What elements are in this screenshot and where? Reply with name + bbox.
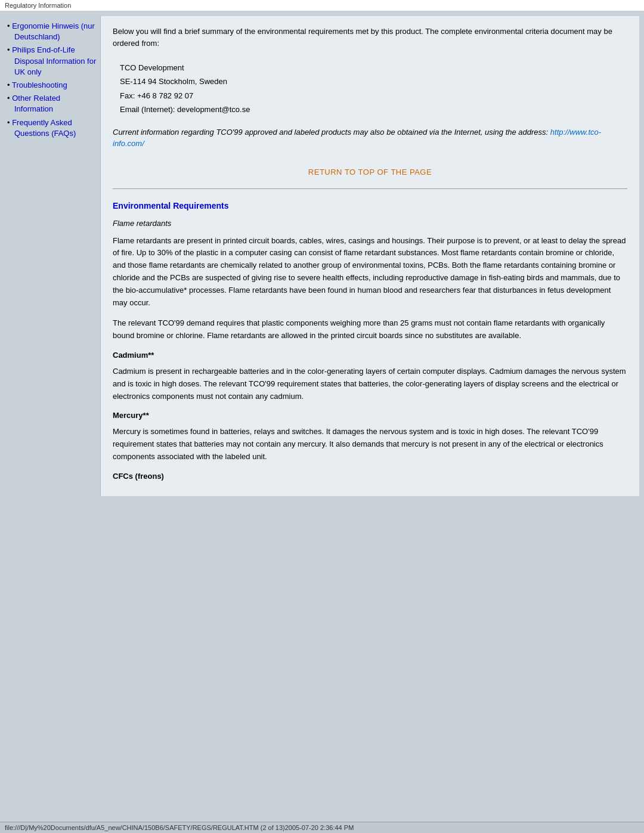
status-bar: file:///D|/My%20Documents/dfu/A5_new/CHI…: [0, 822, 644, 833]
section-divider: [113, 188, 627, 189]
return-to-top-link[interactable]: RETURN TO TOP OF THE PAGE: [308, 168, 432, 176]
env-section-title: Environmental Requirements: [113, 201, 627, 210]
title-text: Regulatory Information: [5, 2, 71, 9]
flame-retardants-para2: The relevant TCO'99 demand requires that…: [113, 317, 627, 342]
intro-paragraph: Below you will find a brief summary of t…: [113, 26, 627, 49]
sidebar-item-philips-disposal[interactable]: Philips End-of-Life Disposal Information…: [7, 45, 98, 78]
sidebar-item-troubleshooting[interactable]: Troubleshooting: [7, 80, 98, 91]
sidebar-link-troubleshooting[interactable]: Troubleshooting: [12, 80, 67, 89]
italic-note: Current information regarding TCO'99 app…: [113, 126, 627, 150]
sidebar-link-philips-disposal[interactable]: Philips End-of-Life Disposal Information…: [12, 45, 96, 76]
italic-note-text: Current information regarding TCO'99 app…: [113, 128, 550, 137]
mercury-title: Mercury**: [113, 411, 627, 420]
sidebar-item-ergonomie[interactable]: Ergonomie Hinweis (nur Deutschland): [7, 21, 98, 42]
environmental-section: Environmental Requirements Flame retarda…: [113, 201, 627, 481]
sidebar-link-faqs[interactable]: Frequently Asked Questions (FAQs): [12, 118, 76, 138]
cadmium-para: Cadmium is present in rechargeable batte…: [113, 366, 627, 402]
address-block: TCO Development SE-114 94 Stockholm, Swe…: [113, 58, 627, 119]
sidebar-link-ergonomie[interactable]: Ergonomie Hinweis (nur Deutschland): [12, 21, 95, 41]
flame-retardants-para1: Flame retardants are present in printed …: [113, 235, 627, 309]
main-layout: Ergonomie Hinweis (nur Deutschland) Phil…: [0, 11, 644, 501]
address-line1: TCO Development: [120, 61, 620, 75]
sidebar-link-other-related[interactable]: Other Related Information: [12, 94, 60, 113]
cadmium-title: Cadmium**: [113, 351, 627, 360]
main-content: Below you will find a brief summary of t…: [100, 16, 639, 496]
sidebar: Ergonomie Hinweis (nur Deutschland) Phil…: [5, 16, 100, 496]
sidebar-item-other-related[interactable]: Other Related Information: [7, 93, 98, 114]
sidebar-nav: Ergonomie Hinweis (nur Deutschland) Phil…: [7, 21, 98, 139]
mercury-para: Mercury is sometimes found in batteries,…: [113, 426, 627, 463]
cfc-title: CFCs (freons): [113, 472, 627, 481]
status-bar-text: file:///D|/My%20Documents/dfu/A5_new/CHI…: [5, 824, 354, 831]
title-bar: Regulatory Information: [0, 0, 644, 11]
address-line4: Email (Internet): development@tco.se: [120, 103, 620, 116]
return-to-top-container: RETURN TO TOP OF THE PAGE: [113, 168, 627, 176]
address-line3: Fax: +46 8 782 92 07: [120, 89, 620, 103]
flame-retardants-subtitle: Flame retardants: [113, 219, 627, 228]
address-line2: SE-114 94 Stockholm, Sweden: [120, 75, 620, 88]
sidebar-item-faqs[interactable]: Frequently Asked Questions (FAQs): [7, 117, 98, 139]
